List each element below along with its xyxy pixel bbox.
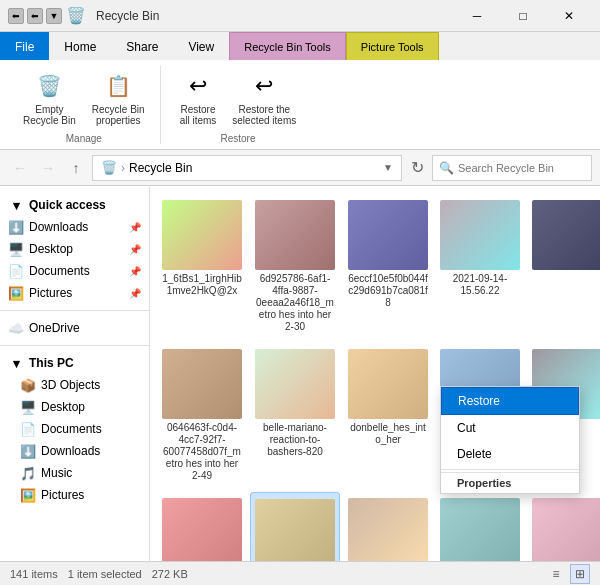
status-selected: 1 item selected [68, 568, 142, 580]
file-item-2[interactable]: 6d925786-6af1-4ffa-9887-0eeaa2a46f18_met… [250, 194, 340, 339]
file-thumb-15 [532, 498, 600, 561]
sidebar-item-pictures2[interactable]: 🖼️ Pictures [0, 484, 149, 506]
file-item-11[interactable]: FfISynnaEAAVG3N [158, 492, 246, 561]
tab-file[interactable]: File [0, 32, 49, 60]
file-thumb-13 [348, 498, 428, 561]
sidebar-item-documents[interactable]: 📄 Documents 📌 [0, 260, 149, 282]
restore-selected-icon: ↩ [248, 70, 280, 102]
file-item-14[interactable]: TeamGalaxy-DonBelle-brings-awesome-to-th… [436, 492, 524, 561]
3d-objects-label: 3D Objects [41, 378, 141, 392]
tab-share[interactable]: Share [111, 32, 173, 60]
desktop2-icon: 🖥️ [20, 399, 36, 415]
context-properties[interactable]: Properties [441, 472, 579, 493]
tab-picture-tools[interactable]: Picture Tools [346, 32, 439, 60]
view-grid-button[interactable]: ⊞ [570, 564, 590, 584]
sidebar-item-desktop[interactable]: 🖥️ Desktop 📌 [0, 238, 149, 260]
file-name-1: 1_6tBs1_1irghHib1mve2HkQ@2x [162, 273, 242, 297]
restore-all-icon: ↩ [182, 70, 214, 102]
search-box[interactable]: 🔍 [432, 155, 592, 181]
status-count: 141 items [10, 568, 58, 580]
quick-access-icon[interactable]: ⬅ [8, 8, 24, 24]
refresh-button[interactable]: ↻ [406, 157, 428, 179]
sidebar: ▾ Quick access ⬇️ Downloads 📌 🖥️ Desktop… [0, 186, 150, 561]
this-pc-header[interactable]: ▾ This PC [0, 352, 149, 374]
up-button[interactable]: ↑ [64, 156, 88, 180]
file-item-15[interactable] [528, 492, 600, 561]
context-restore[interactable]: Restore [441, 387, 579, 415]
file-item-7[interactable]: belle-mariano-reaction-to-bashers-820 [250, 343, 340, 488]
ribbon-group-restore: ↩ Restoreall items ↩ Restore theselected… [165, 66, 312, 144]
file-item-8[interactable]: donbelle_hes_into_her [344, 343, 432, 488]
downloads-icon: ⬇️ [8, 219, 24, 235]
file-thumb-5 [532, 200, 600, 270]
address-box[interactable]: 🗑️ › Recycle Bin ▼ [92, 155, 402, 181]
restore-selected-button[interactable]: ↩ Restore theselected items [227, 67, 301, 129]
file-thumb-14 [440, 498, 520, 561]
quick-access-collapse-icon: ▾ [8, 197, 24, 213]
pictures-label: Pictures [29, 286, 124, 300]
file-item-4[interactable]: 2021-09-14-15.56.22 [436, 194, 524, 339]
sidebar-divider-2 [0, 345, 149, 346]
tab-home[interactable]: Home [49, 32, 111, 60]
dropdown-arrow[interactable]: ▼ [383, 162, 393, 173]
file-grid: 1_6tBs1_1irghHib1mve2HkQ@2x6d925786-6af1… [158, 194, 592, 561]
search-input[interactable] [458, 162, 585, 174]
file-item-6[interactable]: 0646463f-c0d4-4cc7-92f7-60077458d07f_met… [158, 343, 246, 488]
restore-selected-label: Restore theselected items [232, 104, 296, 126]
sidebar-item-onedrive[interactable]: ☁️ OneDrive [0, 317, 149, 339]
file-thumb-11 [162, 498, 242, 561]
file-grid-area[interactable]: 1_6tBs1_1irghHib1mve2HkQ@2x6d925786-6af1… [150, 186, 600, 561]
downloads-pin: 📌 [129, 222, 141, 233]
desktop-label: Desktop [29, 242, 124, 256]
back-button[interactable]: ← [8, 156, 32, 180]
sidebar-item-music[interactable]: 🎵 Music [0, 462, 149, 484]
music-icon: 🎵 [20, 465, 36, 481]
window-icon: 🗑️ [66, 6, 86, 25]
restore-all-label: Restoreall items [180, 104, 217, 126]
file-thumb-1 [162, 200, 242, 270]
pictures-icon: 🖼️ [8, 285, 24, 301]
onedrive-icon: ☁️ [8, 320, 24, 336]
file-item-12[interactable]: metro-donny-pan-belle-mi-hes-into-h... [250, 492, 340, 561]
sidebar-divider-1 [0, 310, 149, 311]
window-title: Recycle Bin [96, 9, 159, 23]
context-delete[interactable]: Delete [441, 441, 579, 467]
down-icon[interactable]: ▼ [46, 8, 62, 24]
file-thumb-6 [162, 349, 242, 419]
sidebar-item-3d-objects[interactable]: 📦 3D Objects [0, 374, 149, 396]
restore-all-button[interactable]: ↩ Restoreall items [175, 67, 222, 129]
file-item-3[interactable]: 6eccf10e5f0b044fc29d691b7ca081f8 [344, 194, 432, 339]
status-size: 272 KB [152, 568, 188, 580]
maximize-button[interactable]: □ [500, 0, 546, 32]
address-path: Recycle Bin [129, 161, 379, 175]
empty-recycle-icon: 🗑️ [33, 70, 65, 102]
sidebar-item-documents2[interactable]: 📄 Documents [0, 418, 149, 440]
file-thumb-8 [348, 349, 428, 419]
sidebar-item-downloads2[interactable]: ⬇️ Downloads [0, 440, 149, 462]
quick-access-header[interactable]: ▾ Quick access [0, 194, 149, 216]
recycle-props-label: Recycle Binproperties [92, 104, 145, 126]
context-menu: Restore Cut Delete Properties [440, 386, 580, 494]
downloads-label: Downloads [29, 220, 124, 234]
forward-icon[interactable]: ⬅ [27, 8, 43, 24]
file-item-13[interactable] [344, 492, 432, 561]
recycle-bin-properties-button[interactable]: 📋 Recycle Binproperties [87, 67, 150, 129]
forward-button[interactable]: → [36, 156, 60, 180]
tab-recycle-bin-tools[interactable]: Recycle Bin Tools [229, 32, 346, 60]
sidebar-item-pictures[interactable]: 🖼️ Pictures 📌 [0, 282, 149, 304]
sidebar-item-desktop2[interactable]: 🖥️ Desktop [0, 396, 149, 418]
file-name-2: 6d925786-6af1-4ffa-9887-0eeaa2a46f18_met… [254, 273, 336, 333]
minimize-button[interactable]: ─ [454, 0, 500, 32]
view-details-button[interactable]: ≡ [546, 564, 566, 584]
context-cut[interactable]: Cut [441, 415, 579, 441]
sidebar-item-downloads[interactable]: ⬇️ Downloads 📌 [0, 216, 149, 238]
empty-recycle-bin-button[interactable]: 🗑️ EmptyRecycle Bin [18, 67, 81, 129]
close-button[interactable]: ✕ [546, 0, 592, 32]
file-item-5[interactable] [528, 194, 600, 339]
file-item-1[interactable]: 1_6tBs1_1irghHib1mve2HkQ@2x [158, 194, 246, 339]
documents2-icon: 📄 [20, 421, 36, 437]
manage-group-label: Manage [66, 129, 102, 144]
file-thumb-4 [440, 200, 520, 270]
tab-view[interactable]: View [173, 32, 229, 60]
desktop-pin: 📌 [129, 244, 141, 255]
